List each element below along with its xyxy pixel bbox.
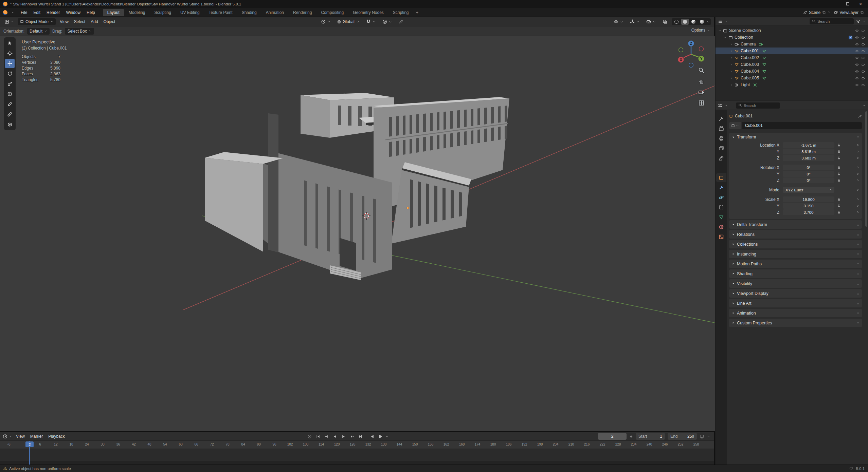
zoom-icon[interactable] [698, 67, 705, 74]
panel-grip-icon[interactable]: ≡ [857, 135, 859, 139]
mode-dropdown[interactable]: Object Mode [18, 18, 56, 25]
hide-eye-icon[interactable] [855, 29, 859, 33]
properties-tab[interactable] [716, 153, 726, 163]
expand-chevron-icon[interactable] [730, 77, 733, 80]
proportional-editing-dropdown[interactable] [380, 18, 394, 25]
workspace-tab[interactable]: Sculpting [150, 9, 176, 16]
expand-chevron-icon[interactable] [724, 36, 727, 39]
panel-grip-icon[interactable]: ≡ [857, 311, 859, 315]
properties-icon[interactable] [718, 103, 723, 108]
panel-grip-icon[interactable]: ≡ [857, 301, 859, 305]
panel-grip-icon[interactable]: ≡ [857, 321, 859, 325]
lock-icon[interactable] [837, 143, 841, 147]
panel-header[interactable]: Custom Properties ≡ [729, 319, 862, 327]
panel-header[interactable]: Animation ≡ [729, 309, 862, 317]
breadcrumb-object[interactable]: Cube.001 [735, 114, 753, 118]
chevron-down-icon[interactable] [9, 435, 12, 438]
panel-header[interactable]: Delta Transform ≡ [729, 220, 862, 229]
hide-eye-icon[interactable] [855, 63, 859, 67]
expand-chevron-icon[interactable] [730, 56, 733, 59]
timeline-icon[interactable] [3, 434, 7, 439]
tool-button[interactable] [5, 110, 15, 119]
outliner-row[interactable]: Cube.003 [716, 61, 868, 68]
navigation-gizmo[interactable]: Z X Y [674, 37, 708, 71]
workspace-tab[interactable]: Layout [103, 9, 124, 16]
playback-sync-icon[interactable] [700, 434, 704, 439]
animate-decorator[interactable] [857, 144, 858, 146]
lock-icon[interactable] [837, 150, 841, 153]
outliner-search[interactable] [810, 18, 854, 24]
disable-render-icon[interactable] [862, 56, 865, 60]
number-field[interactable]: 0° [783, 171, 834, 177]
hide-eye-icon[interactable] [855, 76, 859, 80]
lock-icon[interactable] [837, 156, 841, 160]
hide-eye-icon[interactable] [855, 56, 859, 60]
expand-chevron-icon[interactable] [730, 50, 733, 53]
viewport-menu-item[interactable]: View [57, 18, 71, 25]
menubar-item[interactable]: Window [63, 9, 84, 16]
number-field[interactable]: XYZ Euler [783, 187, 834, 193]
chevron-down-icon[interactable] [707, 435, 710, 438]
disable-render-icon[interactable] [862, 63, 865, 67]
hide-eye-icon[interactable] [855, 83, 859, 87]
lock-icon[interactable] [837, 178, 841, 182]
timeline-menu-item[interactable]: Playback [46, 433, 68, 440]
menubar-item[interactable]: Help [84, 9, 98, 16]
viewport-menu-item[interactable]: Select [71, 18, 88, 25]
snap-dropdown[interactable] [364, 18, 378, 25]
hide-eye-icon[interactable] [855, 49, 859, 53]
workspace-tab[interactable]: Texture Paint [204, 9, 237, 16]
expand-chevron-icon[interactable] [730, 63, 733, 66]
panel-grip-icon[interactable]: ≡ [857, 272, 859, 276]
panel-grip-icon[interactable]: ≡ [857, 242, 859, 246]
properties-tab[interactable] [716, 232, 726, 241]
tool-button[interactable] [5, 49, 15, 58]
viewport-menu-item[interactable]: Object [101, 18, 118, 25]
lock-icon[interactable] [837, 210, 841, 214]
lock-icon[interactable] [837, 197, 841, 201]
camera-view-icon[interactable] [698, 89, 705, 95]
disable-render-icon[interactable] [862, 42, 865, 46]
outliner-row[interactable]: Cube.004 [716, 68, 868, 75]
workspace-tab[interactable]: Animation [261, 9, 288, 16]
tool-orientation-dropdown[interactable]: Default [27, 28, 50, 35]
outliner-row[interactable]: Collection [716, 34, 868, 41]
options-dropdown[interactable]: Options [691, 28, 710, 33]
add-workspace-button[interactable]: + [413, 9, 421, 16]
panel-grip-icon[interactable]: ≡ [857, 223, 859, 227]
properties-tab[interactable] [716, 144, 726, 153]
solid-shading-button[interactable] [681, 19, 689, 25]
toggle-ortho-icon[interactable] [698, 100, 705, 106]
panel-header[interactable]: Instancing ≡ [729, 250, 862, 258]
number-field[interactable]: 0° [783, 177, 834, 183]
play-button[interactable] [340, 433, 347, 440]
view-layer-selector[interactable]: ViewLayer [834, 10, 864, 15]
panel-header[interactable]: Line Art ≡ [729, 299, 862, 307]
animate-decorator[interactable] [857, 205, 858, 207]
copy-icon[interactable] [860, 11, 864, 14]
unlink-icon[interactable] [828, 11, 831, 14]
chevron-down-icon[interactable] [863, 20, 866, 23]
properties-tab[interactable] [716, 163, 726, 172]
expand-chevron-icon[interactable] [718, 29, 721, 32]
app-menu-button[interactable] [3, 10, 14, 15]
object-id-button[interactable] [729, 122, 741, 129]
expand-chevron-icon[interactable] [730, 83, 733, 87]
animate-decorator[interactable] [857, 151, 858, 152]
panel-header[interactable]: Motion Paths ≡ [729, 260, 862, 268]
pivot-point-dropdown[interactable] [319, 18, 333, 25]
transform-panel-header[interactable]: Transform ≡ [729, 133, 862, 141]
outliner-icon[interactable] [718, 19, 723, 24]
frame-forward-button[interactable] [377, 433, 385, 440]
workspace-tab[interactable]: UV Editing [176, 9, 204, 16]
tool-button[interactable] [5, 59, 15, 68]
animate-decorator[interactable] [857, 211, 858, 213]
filter-icon[interactable] [856, 19, 861, 24]
timeline-ruler[interactable]: -661218243036424854606672788490961021081… [0, 441, 714, 449]
expand-chevron-icon[interactable] [730, 43, 733, 46]
drag-mode-dropdown[interactable]: Select Box [65, 28, 94, 35]
keyframe-icon[interactable] [629, 435, 633, 438]
hide-eye-icon[interactable] [855, 42, 859, 46]
frame-back-button[interactable] [368, 433, 376, 440]
number-field[interactable]: -1.671 m [783, 142, 834, 148]
